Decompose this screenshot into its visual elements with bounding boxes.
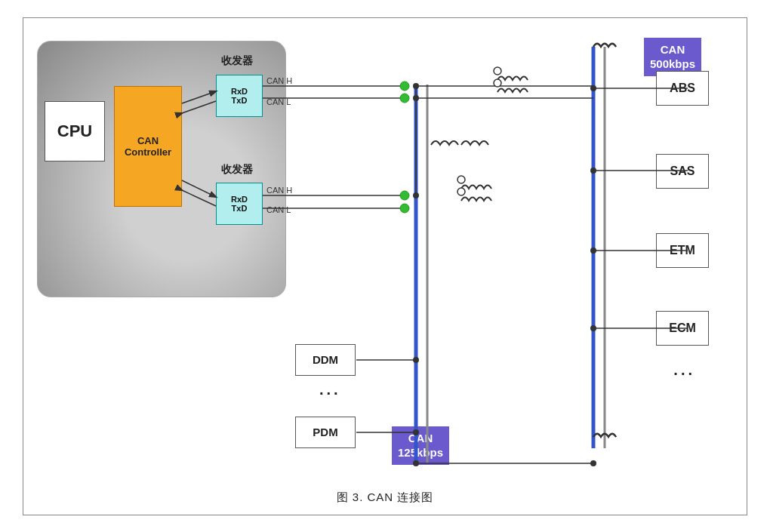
svg-point-34 xyxy=(413,83,419,89)
can-controller-box: CANController xyxy=(114,86,182,207)
svg-point-14 xyxy=(400,191,409,200)
svg-point-41 xyxy=(457,188,465,195)
node-abs: ABS xyxy=(656,71,709,106)
diagram-container: CPU CANController 收发器 RxD TxD 收发器 RxD Tx… xyxy=(23,17,747,515)
transceiver1-box: RxD TxD xyxy=(216,75,263,117)
dots-bottom: ··· xyxy=(319,385,341,402)
svg-point-39 xyxy=(494,79,501,87)
svg-point-21 xyxy=(590,85,596,91)
dots-right: ··· xyxy=(673,365,695,383)
node-etm: ETM xyxy=(656,233,709,268)
svg-point-23 xyxy=(590,168,596,174)
svg-point-40 xyxy=(457,176,465,183)
svg-point-44 xyxy=(590,460,596,466)
node-pdm: PDM xyxy=(295,417,356,448)
svg-point-9 xyxy=(400,94,409,103)
node-sas: SAS xyxy=(656,154,709,189)
diagram-area: CPU CANController 收发器 RxD TxD 收发器 RxD Tx… xyxy=(23,18,747,486)
node-ddm: DDM xyxy=(295,344,356,376)
transceiver1-label: 收发器 xyxy=(221,54,253,68)
svg-point-29 xyxy=(413,357,419,363)
svg-point-25 xyxy=(590,248,596,254)
transceiver2-label: 收发器 xyxy=(221,163,253,177)
svg-point-15 xyxy=(400,204,409,213)
svg-point-35 xyxy=(413,95,419,101)
diagram-caption: 图 3. CAN 连接图 xyxy=(23,486,747,506)
svg-point-27 xyxy=(590,325,596,331)
can-badge-125: CAN125kbps xyxy=(392,426,449,465)
node-ecm: ECM xyxy=(656,311,709,346)
svg-point-8 xyxy=(400,81,409,91)
cpu-label: CPU xyxy=(45,101,105,161)
transceiver2-box: RxD TxD xyxy=(216,183,263,225)
svg-point-37 xyxy=(413,192,419,198)
svg-point-38 xyxy=(494,67,501,75)
